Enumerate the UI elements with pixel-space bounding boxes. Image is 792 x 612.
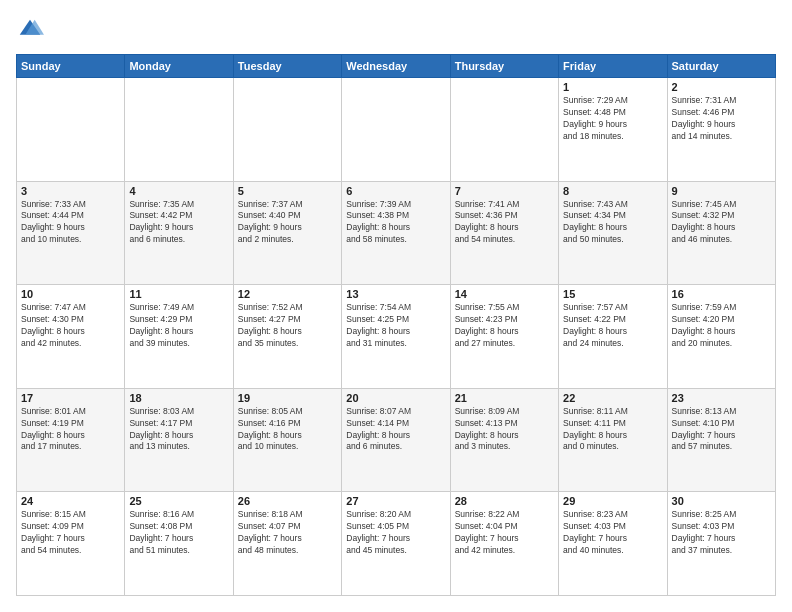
day-number: 1	[563, 81, 662, 93]
day-number: 29	[563, 495, 662, 507]
calendar-cell: 8Sunrise: 7:43 AM Sunset: 4:34 PM Daylig…	[559, 181, 667, 285]
calendar-cell	[450, 78, 558, 182]
calendar-cell: 6Sunrise: 7:39 AM Sunset: 4:38 PM Daylig…	[342, 181, 450, 285]
logo	[16, 16, 48, 44]
weekday-header: Thursday	[450, 55, 558, 78]
calendar-cell: 26Sunrise: 8:18 AM Sunset: 4:07 PM Dayli…	[233, 492, 341, 596]
day-info: Sunrise: 7:52 AM Sunset: 4:27 PM Dayligh…	[238, 302, 337, 350]
calendar-cell: 25Sunrise: 8:16 AM Sunset: 4:08 PM Dayli…	[125, 492, 233, 596]
day-number: 17	[21, 392, 120, 404]
weekday-header: Monday	[125, 55, 233, 78]
calendar-cell: 12Sunrise: 7:52 AM Sunset: 4:27 PM Dayli…	[233, 285, 341, 389]
day-number: 26	[238, 495, 337, 507]
calendar-cell: 9Sunrise: 7:45 AM Sunset: 4:32 PM Daylig…	[667, 181, 775, 285]
day-info: Sunrise: 8:18 AM Sunset: 4:07 PM Dayligh…	[238, 509, 337, 557]
calendar-cell: 3Sunrise: 7:33 AM Sunset: 4:44 PM Daylig…	[17, 181, 125, 285]
day-number: 22	[563, 392, 662, 404]
calendar-week-row: 24Sunrise: 8:15 AM Sunset: 4:09 PM Dayli…	[17, 492, 776, 596]
calendar-cell: 28Sunrise: 8:22 AM Sunset: 4:04 PM Dayli…	[450, 492, 558, 596]
day-number: 12	[238, 288, 337, 300]
weekday-header: Friday	[559, 55, 667, 78]
calendar: SundayMondayTuesdayWednesdayThursdayFrid…	[16, 54, 776, 596]
day-number: 15	[563, 288, 662, 300]
calendar-cell	[342, 78, 450, 182]
day-number: 11	[129, 288, 228, 300]
calendar-cell: 16Sunrise: 7:59 AM Sunset: 4:20 PM Dayli…	[667, 285, 775, 389]
day-info: Sunrise: 8:07 AM Sunset: 4:14 PM Dayligh…	[346, 406, 445, 454]
calendar-cell: 23Sunrise: 8:13 AM Sunset: 4:10 PM Dayli…	[667, 388, 775, 492]
day-info: Sunrise: 8:09 AM Sunset: 4:13 PM Dayligh…	[455, 406, 554, 454]
day-info: Sunrise: 7:54 AM Sunset: 4:25 PM Dayligh…	[346, 302, 445, 350]
day-number: 14	[455, 288, 554, 300]
day-info: Sunrise: 8:11 AM Sunset: 4:11 PM Dayligh…	[563, 406, 662, 454]
day-number: 18	[129, 392, 228, 404]
calendar-cell: 19Sunrise: 8:05 AM Sunset: 4:16 PM Dayli…	[233, 388, 341, 492]
page: SundayMondayTuesdayWednesdayThursdayFrid…	[0, 0, 792, 612]
day-number: 13	[346, 288, 445, 300]
day-number: 25	[129, 495, 228, 507]
weekday-header: Tuesday	[233, 55, 341, 78]
calendar-cell: 30Sunrise: 8:25 AM Sunset: 4:03 PM Dayli…	[667, 492, 775, 596]
day-info: Sunrise: 7:55 AM Sunset: 4:23 PM Dayligh…	[455, 302, 554, 350]
day-number: 3	[21, 185, 120, 197]
day-number: 23	[672, 392, 771, 404]
day-info: Sunrise: 8:16 AM Sunset: 4:08 PM Dayligh…	[129, 509, 228, 557]
calendar-cell	[125, 78, 233, 182]
calendar-cell: 20Sunrise: 8:07 AM Sunset: 4:14 PM Dayli…	[342, 388, 450, 492]
day-info: Sunrise: 7:45 AM Sunset: 4:32 PM Dayligh…	[672, 199, 771, 247]
day-info: Sunrise: 7:47 AM Sunset: 4:30 PM Dayligh…	[21, 302, 120, 350]
day-info: Sunrise: 7:43 AM Sunset: 4:34 PM Dayligh…	[563, 199, 662, 247]
day-info: Sunrise: 8:22 AM Sunset: 4:04 PM Dayligh…	[455, 509, 554, 557]
day-number: 8	[563, 185, 662, 197]
calendar-cell: 7Sunrise: 7:41 AM Sunset: 4:36 PM Daylig…	[450, 181, 558, 285]
day-number: 16	[672, 288, 771, 300]
day-info: Sunrise: 7:31 AM Sunset: 4:46 PM Dayligh…	[672, 95, 771, 143]
day-info: Sunrise: 7:37 AM Sunset: 4:40 PM Dayligh…	[238, 199, 337, 247]
calendar-cell: 21Sunrise: 8:09 AM Sunset: 4:13 PM Dayli…	[450, 388, 558, 492]
calendar-cell: 27Sunrise: 8:20 AM Sunset: 4:05 PM Dayli…	[342, 492, 450, 596]
day-number: 4	[129, 185, 228, 197]
calendar-cell: 11Sunrise: 7:49 AM Sunset: 4:29 PM Dayli…	[125, 285, 233, 389]
day-number: 19	[238, 392, 337, 404]
day-number: 5	[238, 185, 337, 197]
day-number: 2	[672, 81, 771, 93]
day-info: Sunrise: 7:39 AM Sunset: 4:38 PM Dayligh…	[346, 199, 445, 247]
calendar-cell: 17Sunrise: 8:01 AM Sunset: 4:19 PM Dayli…	[17, 388, 125, 492]
day-number: 9	[672, 185, 771, 197]
day-info: Sunrise: 8:01 AM Sunset: 4:19 PM Dayligh…	[21, 406, 120, 454]
calendar-cell: 1Sunrise: 7:29 AM Sunset: 4:48 PM Daylig…	[559, 78, 667, 182]
day-info: Sunrise: 7:35 AM Sunset: 4:42 PM Dayligh…	[129, 199, 228, 247]
weekday-header: Sunday	[17, 55, 125, 78]
calendar-cell	[233, 78, 341, 182]
day-info: Sunrise: 8:05 AM Sunset: 4:16 PM Dayligh…	[238, 406, 337, 454]
calendar-cell: 13Sunrise: 7:54 AM Sunset: 4:25 PM Dayli…	[342, 285, 450, 389]
day-number: 6	[346, 185, 445, 197]
day-info: Sunrise: 7:29 AM Sunset: 4:48 PM Dayligh…	[563, 95, 662, 143]
calendar-cell: 29Sunrise: 8:23 AM Sunset: 4:03 PM Dayli…	[559, 492, 667, 596]
day-number: 7	[455, 185, 554, 197]
weekday-header: Wednesday	[342, 55, 450, 78]
header	[16, 16, 776, 44]
day-info: Sunrise: 8:03 AM Sunset: 4:17 PM Dayligh…	[129, 406, 228, 454]
calendar-week-row: 3Sunrise: 7:33 AM Sunset: 4:44 PM Daylig…	[17, 181, 776, 285]
day-info: Sunrise: 8:20 AM Sunset: 4:05 PM Dayligh…	[346, 509, 445, 557]
day-info: Sunrise: 7:33 AM Sunset: 4:44 PM Dayligh…	[21, 199, 120, 247]
day-info: Sunrise: 7:41 AM Sunset: 4:36 PM Dayligh…	[455, 199, 554, 247]
calendar-cell: 4Sunrise: 7:35 AM Sunset: 4:42 PM Daylig…	[125, 181, 233, 285]
day-info: Sunrise: 7:49 AM Sunset: 4:29 PM Dayligh…	[129, 302, 228, 350]
calendar-cell	[17, 78, 125, 182]
calendar-week-row: 10Sunrise: 7:47 AM Sunset: 4:30 PM Dayli…	[17, 285, 776, 389]
day-number: 21	[455, 392, 554, 404]
calendar-cell: 24Sunrise: 8:15 AM Sunset: 4:09 PM Dayli…	[17, 492, 125, 596]
calendar-week-row: 1Sunrise: 7:29 AM Sunset: 4:48 PM Daylig…	[17, 78, 776, 182]
day-number: 24	[21, 495, 120, 507]
calendar-cell: 22Sunrise: 8:11 AM Sunset: 4:11 PM Dayli…	[559, 388, 667, 492]
weekday-header: Saturday	[667, 55, 775, 78]
calendar-cell: 5Sunrise: 7:37 AM Sunset: 4:40 PM Daylig…	[233, 181, 341, 285]
calendar-cell: 2Sunrise: 7:31 AM Sunset: 4:46 PM Daylig…	[667, 78, 775, 182]
calendar-cell: 10Sunrise: 7:47 AM Sunset: 4:30 PM Dayli…	[17, 285, 125, 389]
day-number: 20	[346, 392, 445, 404]
day-info: Sunrise: 8:25 AM Sunset: 4:03 PM Dayligh…	[672, 509, 771, 557]
day-number: 27	[346, 495, 445, 507]
logo-icon	[16, 16, 44, 44]
